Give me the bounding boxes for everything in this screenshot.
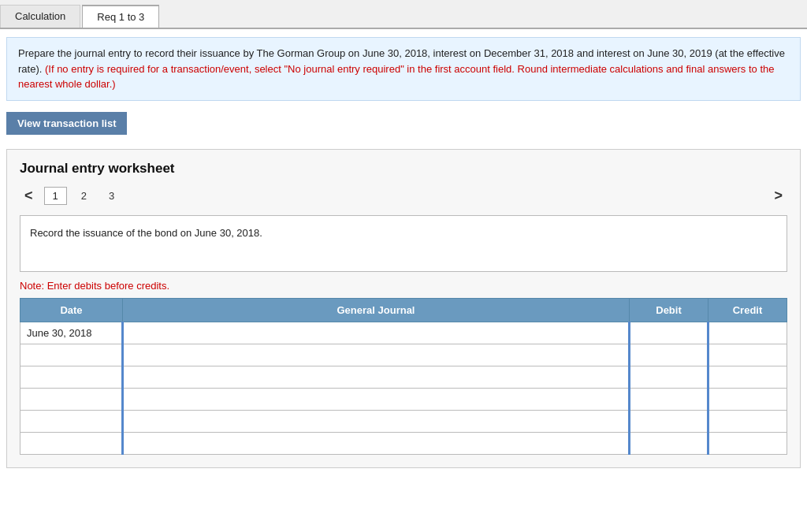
date-cell-3 xyxy=(20,366,123,388)
journal-table: Date General Journal Debit Credit June 3… xyxy=(20,298,787,455)
page-nav-row: < 1 2 3 > xyxy=(20,186,787,206)
credit-cell-4[interactable] xyxy=(708,388,787,410)
table-row xyxy=(20,388,787,410)
journal-cell-1[interactable] xyxy=(123,322,630,344)
table-row: June 30, 2018 xyxy=(20,322,787,344)
worksheet-title: Journal entry worksheet xyxy=(20,161,787,177)
prev-page-arrow[interactable]: < xyxy=(20,186,38,206)
journal-input-3[interactable] xyxy=(124,366,628,388)
page-1-active[interactable]: 1 xyxy=(44,187,67,205)
credit-input-4[interactable] xyxy=(709,389,787,410)
instructions-red: (If no entry is required for a transacti… xyxy=(18,63,774,91)
debit-cell-6[interactable] xyxy=(630,432,708,454)
debit-input-5[interactable] xyxy=(630,411,707,432)
credit-cell-6[interactable] xyxy=(708,432,787,454)
credit-cell-5[interactable] xyxy=(708,410,787,432)
credit-cell-3[interactable] xyxy=(708,366,787,388)
col-header-date: Date xyxy=(20,298,123,322)
debit-input-6[interactable] xyxy=(630,433,707,454)
journal-input-4[interactable] xyxy=(124,389,628,410)
table-row xyxy=(20,432,787,454)
date-cell-6 xyxy=(20,432,123,454)
journal-cell-6[interactable] xyxy=(123,432,630,454)
credit-input-5[interactable] xyxy=(709,411,787,432)
page-2[interactable]: 2 xyxy=(73,188,95,204)
note-text: Note: Enter debits before credits. xyxy=(20,280,787,292)
debit-cell-1[interactable] xyxy=(630,322,708,344)
tab-calculation[interactable]: Calculation xyxy=(0,5,80,28)
date-cell-2 xyxy=(20,344,123,366)
view-transaction-button[interactable]: View transaction list xyxy=(6,112,127,135)
journal-input-2[interactable] xyxy=(124,344,628,366)
table-row xyxy=(20,366,787,388)
worksheet-container: Journal entry worksheet < 1 2 3 > Record… xyxy=(6,149,801,468)
credit-input-2[interactable] xyxy=(709,344,787,366)
credit-cell-2[interactable] xyxy=(708,344,787,366)
description-text: Record the issuance of the bond on June … xyxy=(30,227,262,239)
journal-input-1[interactable] xyxy=(124,322,628,344)
journal-input-5[interactable] xyxy=(124,411,628,432)
debit-cell-2[interactable] xyxy=(630,344,708,366)
debit-input-2[interactable] xyxy=(630,344,707,366)
tab-bar: Calculation Req 1 to 3 xyxy=(0,0,807,29)
debit-input-1[interactable] xyxy=(630,322,707,344)
next-page-arrow[interactable]: > xyxy=(769,186,787,206)
debit-cell-3[interactable] xyxy=(630,366,708,388)
tab-req1to3[interactable]: Req 1 to 3 xyxy=(82,5,159,28)
credit-cell-1[interactable] xyxy=(708,322,787,344)
description-box: Record the issuance of the bond on June … xyxy=(20,215,787,272)
journal-cell-5[interactable] xyxy=(123,410,630,432)
instructions-box: Prepare the journal entry to record thei… xyxy=(6,37,801,101)
credit-input-6[interactable] xyxy=(709,433,787,454)
credit-input-1[interactable] xyxy=(709,322,787,344)
col-header-journal: General Journal xyxy=(123,298,630,322)
journal-cell-2[interactable] xyxy=(123,344,630,366)
credit-input-3[interactable] xyxy=(709,366,787,388)
col-header-credit: Credit xyxy=(708,298,787,322)
debit-input-3[interactable] xyxy=(630,366,707,388)
date-cell-4 xyxy=(20,388,123,410)
date-cell-1: June 30, 2018 xyxy=(20,322,123,344)
table-row xyxy=(20,344,787,366)
page-3[interactable]: 3 xyxy=(101,188,122,204)
debit-cell-5[interactable] xyxy=(630,410,708,432)
table-row xyxy=(20,410,787,432)
debit-cell-4[interactable] xyxy=(630,388,708,410)
journal-cell-3[interactable] xyxy=(123,366,630,388)
journal-cell-4[interactable] xyxy=(123,388,630,410)
date-cell-5 xyxy=(20,410,123,432)
journal-input-6[interactable] xyxy=(124,433,628,454)
debit-input-4[interactable] xyxy=(630,389,707,410)
col-header-debit: Debit xyxy=(630,298,708,322)
